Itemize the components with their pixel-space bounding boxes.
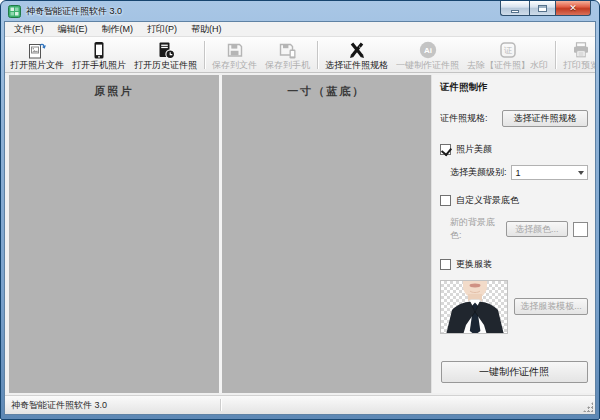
toolbar: 打开照片文件 打开手机照片 (5, 37, 595, 73)
toolbar-label: 一键制作证件照 (396, 60, 459, 71)
sidebar-id-photo-making: 证件照制作 证件照规格: 选择证件照规格 照片美颜 选择美颜级别: 1 (431, 75, 595, 393)
maximize-button[interactable] (529, 1, 556, 16)
toolbar-label: 打开手机照片 (72, 60, 126, 71)
status-text: 神奇智能证件照软件 3.0 (11, 399, 107, 412)
spec-row: 证件照规格: 选择证件照规格 (440, 110, 588, 127)
select-spec-button-label: 选择证件照规格 (514, 112, 577, 125)
chevron-down-icon (578, 171, 584, 175)
menu-file[interactable]: 文件(F) (7, 22, 51, 37)
toolbar-label: 打开历史证件照 (134, 60, 197, 71)
original-photo-title: 原照片 (9, 75, 219, 99)
resize-grip-icon[interactable] (583, 402, 593, 412)
new-bg-color-row: 新的背景底色: 选择颜色... (450, 216, 588, 242)
main-area: 原照片 一寸（蓝底） 证件照制作 证件照规格: 选择证件照规格 照片美颜 (5, 73, 595, 395)
maximize-icon (538, 5, 547, 12)
pick-color-button[interactable]: 选择颜色... (506, 221, 568, 237)
toolbar-open-history-photo[interactable]: 打开历史证件照 (130, 38, 201, 72)
sidebar-title: 证件照制作 (440, 81, 588, 94)
result-photo-title: 一寸（蓝底） (222, 75, 432, 99)
toolbar-separator (204, 41, 205, 69)
custom-bg-check-row: 自定义背景底色 (440, 194, 588, 207)
result-photo-panel: 一寸（蓝底） (222, 75, 432, 393)
svg-text:Ai: Ai (424, 46, 432, 55)
open-history-photo-icon (156, 40, 176, 60)
app-logo-icon (8, 5, 21, 18)
toolbar-open-phone-photo[interactable]: 打开手机照片 (68, 38, 130, 72)
pick-color-button-label: 选择颜色... (515, 223, 559, 236)
clothes-template-thumbnail (440, 280, 508, 334)
select-clothes-template-button[interactable]: 选择服装模板... (514, 298, 588, 315)
save-to-file-icon (225, 40, 245, 60)
beauty-checkbox[interactable] (440, 144, 451, 155)
menu-make[interactable]: 制作(M) (95, 22, 141, 37)
remove-watermark-icon: 证 (498, 40, 518, 60)
beauty-level-value: 1 (516, 168, 521, 178)
bg-color-swatch (573, 222, 588, 237)
original-photo-panel: 原照片 (9, 75, 219, 393)
select-clothes-template-label: 选择服装模板... (520, 300, 582, 313)
menubar: 文件(F) 编辑(E) 制作(M) 打印(P) 帮助(H) (5, 22, 595, 37)
new-bg-color-label: 新的背景底色: (450, 216, 502, 242)
beauty-level-dropdown[interactable]: 1 (511, 165, 588, 180)
toolbar-label: 打开照片文件 (10, 60, 64, 71)
one-click-make-button[interactable]: 一键制作证件照 (441, 361, 588, 383)
beauty-level-row: 选择美颜级别: 1 (450, 165, 588, 180)
toolbar-separator (555, 41, 556, 69)
select-spec-button[interactable]: 选择证件照规格 (502, 110, 588, 127)
beauty-checkbox-label: 照片美颜 (456, 143, 492, 156)
print-preview-icon (571, 40, 591, 60)
toolbar-remove-watermark[interactable]: 证 去除【证件照】水印 (463, 38, 552, 72)
svg-text:证: 证 (504, 46, 512, 55)
window-title: 神奇智能证件照软件 3.0 (26, 5, 122, 18)
status-divider (220, 399, 221, 411)
ai-make-icon: Ai (418, 40, 438, 60)
close-icon: ✕ (569, 4, 577, 13)
toolbar-save-to-phone[interactable]: 保存到手机 (261, 38, 314, 72)
caption-buttons: ✕ (500, 1, 591, 16)
toolbar-label: 打印预览 (563, 60, 596, 71)
change-clothes-check-row: 更换服装 (440, 258, 588, 271)
open-photo-file-icon (27, 40, 47, 60)
toolbar-save-to-file[interactable]: 保存到文件 (208, 38, 261, 72)
client-area: 文件(F) 编辑(E) 制作(M) 打印(P) 帮助(H) 打开照片文件 (4, 21, 596, 415)
spec-label: 证件照规格: (440, 112, 488, 125)
toolbar-print-preview[interactable]: 打印预览 (559, 38, 596, 72)
toolbar-label: 保存到文件 (212, 60, 257, 71)
minimize-button[interactable] (500, 1, 529, 16)
one-click-make-button-label: 一键制作证件照 (479, 365, 549, 379)
select-spec-icon (347, 40, 367, 60)
custom-bg-checkbox-label: 自定义背景底色 (456, 194, 519, 207)
open-phone-photo-icon (89, 40, 109, 60)
menu-help[interactable]: 帮助(H) (184, 22, 229, 37)
change-clothes-checkbox-label: 更换服装 (456, 258, 492, 271)
toolbar-ai-make[interactable]: Ai 一键制作证件照 (392, 38, 463, 72)
close-button[interactable]: ✕ (556, 1, 591, 16)
custom-bg-checkbox[interactable] (440, 195, 451, 206)
menu-print[interactable]: 打印(P) (140, 22, 184, 37)
save-to-phone-icon (278, 40, 298, 60)
beauty-check-row: 照片美颜 (440, 143, 588, 156)
toolbar-label: 去除【证件照】水印 (467, 60, 548, 71)
toolbar-open-photo-file[interactable]: 打开照片文件 (6, 38, 68, 72)
statusbar: 神奇智能证件照软件 3.0 (5, 395, 595, 414)
toolbar-select-spec[interactable]: 选择证件照规格 (321, 38, 392, 72)
app-window: 神奇智能证件照软件 3.0 ✕ 文件(F) 编辑(E) 制作(M) 打印(P) … (0, 0, 600, 420)
minimize-icon (511, 10, 519, 13)
toolbar-label: 保存到手机 (265, 60, 310, 71)
change-clothes-checkbox[interactable] (440, 259, 451, 270)
toolbar-separator (317, 41, 318, 69)
clothes-template-row: 选择服装模板... (440, 280, 588, 334)
menu-edit[interactable]: 编辑(E) (51, 22, 95, 37)
beauty-level-label: 选择美颜级别: (450, 166, 507, 179)
toolbar-label: 选择证件照规格 (325, 60, 388, 71)
